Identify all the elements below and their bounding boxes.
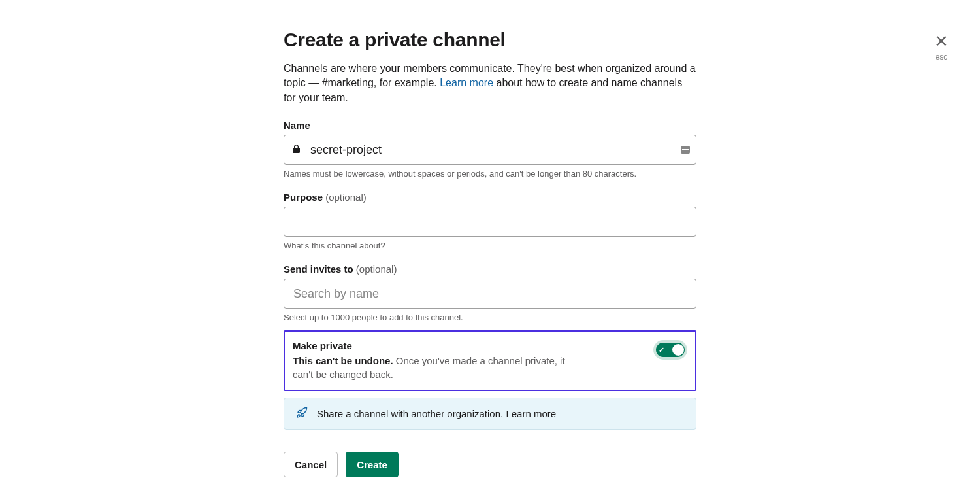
invites-input[interactable] xyxy=(284,279,696,309)
invites-optional: (optional) xyxy=(356,264,397,275)
modal-description: Channels are where your members communic… xyxy=(284,61,696,105)
lock-icon xyxy=(293,145,300,155)
check-icon: ✓ xyxy=(659,346,664,354)
purpose-label-text: Purpose xyxy=(284,192,325,203)
name-label: Name xyxy=(284,120,696,131)
share-text: Share a channel with another organizatio… xyxy=(317,408,503,419)
name-help: Names must be lowercase, without spaces … xyxy=(284,169,696,179)
purpose-input[interactable] xyxy=(284,207,696,237)
make-private-strong: This can't be undone. xyxy=(293,355,393,366)
name-input[interactable] xyxy=(284,135,696,165)
name-input-wrap xyxy=(284,135,696,165)
create-channel-modal: Create a private channel Channels are wh… xyxy=(284,29,696,477)
purpose-optional: (optional) xyxy=(325,192,367,203)
make-private-section: Make private This can't be undone. Once … xyxy=(284,330,696,391)
modal-actions: Cancel Create xyxy=(284,452,696,477)
modal-title: Create a private channel xyxy=(284,29,696,51)
make-private-title: Make private xyxy=(293,339,567,352)
invites-input-wrap xyxy=(284,279,696,309)
share-learn-more-link[interactable]: Learn more xyxy=(506,408,556,419)
make-private-text: Make private This can't be undone. Once … xyxy=(293,339,567,381)
make-private-toggle[interactable]: ✓ xyxy=(653,340,687,360)
invites-label-text: Send invites to xyxy=(284,264,356,275)
invites-label: Send invites to (optional) xyxy=(284,264,696,275)
rocket-icon xyxy=(296,407,308,420)
cancel-button[interactable]: Cancel xyxy=(284,452,338,477)
purpose-input-wrap xyxy=(284,207,696,237)
close-button[interactable]: ✕ esc xyxy=(934,33,949,61)
learn-more-link[interactable]: Learn more xyxy=(440,77,493,88)
close-label: esc xyxy=(934,52,949,61)
invites-help: Select up to 1000 people to add to this … xyxy=(284,313,696,322)
purpose-label: Purpose (optional) xyxy=(284,192,696,203)
share-banner: Share a channel with another organizatio… xyxy=(284,398,696,430)
close-icon: ✕ xyxy=(934,33,949,50)
keyboard-hint-icon xyxy=(681,146,690,154)
toggle-knob xyxy=(672,344,684,356)
purpose-help: What's this channel about? xyxy=(284,241,696,250)
create-button[interactable]: Create xyxy=(346,452,399,477)
